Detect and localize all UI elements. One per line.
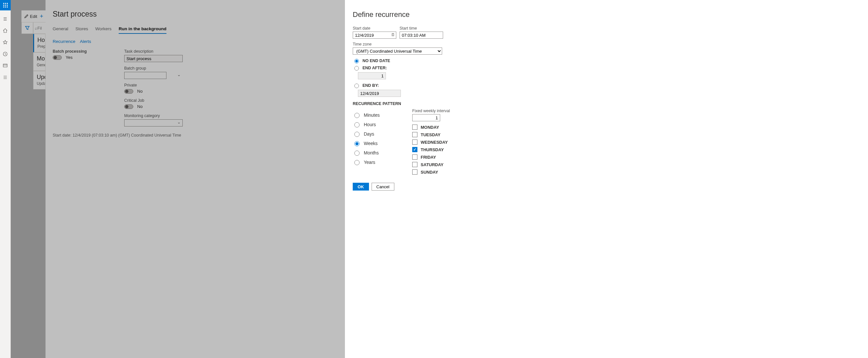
end-by-input[interactable]: [358, 90, 401, 97]
filter-search[interactable]: ⌕ Fil: [33, 22, 46, 34]
task-description-label: Task description: [124, 49, 183, 54]
unit-months[interactable]: Months: [353, 150, 380, 156]
new-button[interactable]: +: [40, 13, 43, 20]
list-item[interactable]: Upd Upda: [33, 71, 45, 89]
list-item[interactable]: Ho Prep: [33, 34, 45, 52]
day-label: MONDAY: [421, 125, 439, 130]
start-date-input[interactable]: [353, 32, 396, 39]
tab-bar: General Stores Workers Run in the backgr…: [53, 24, 338, 34]
day-label: THURSDAY: [421, 147, 444, 152]
home-icon[interactable]: [0, 25, 10, 36]
day-label: FRIDAY: [421, 155, 436, 160]
tab-workers[interactable]: Workers: [95, 24, 112, 34]
task-description-input[interactable]: [124, 55, 183, 62]
day-thursday[interactable]: ✓THURSDAY: [412, 147, 450, 152]
critical-toggle[interactable]: [124, 105, 133, 109]
checkbox-icon[interactable]: [412, 140, 417, 145]
tab-general[interactable]: General: [53, 24, 68, 34]
private-toggle[interactable]: [124, 89, 133, 94]
checkbox-icon[interactable]: [412, 162, 417, 167]
day-label: SATURDAY: [421, 162, 443, 167]
checkbox-icon[interactable]: [412, 132, 417, 137]
tab-run-background[interactable]: Run in the background: [119, 24, 166, 34]
svg-rect-10: [3, 64, 7, 67]
list-item-title: Upd: [37, 74, 42, 81]
subtab-alerts[interactable]: Alerts: [80, 39, 91, 44]
day-friday[interactable]: FRIDAY: [412, 154, 450, 160]
no-end-date-label: No end date: [363, 59, 390, 63]
modules-icon[interactable]: [0, 72, 10, 83]
list-item-title: Mo: [37, 55, 42, 62]
recent-icon[interactable]: [0, 49, 10, 59]
checkbox-icon[interactable]: [412, 170, 417, 175]
batch-processing-value: Yes: [66, 55, 72, 60]
filter-icon[interactable]: [22, 22, 33, 34]
private-value: No: [137, 89, 143, 94]
list-item[interactable]: Mo Gene: [33, 52, 45, 71]
days-container: MONDAYTUESDAYWEDNESDAY✓THURSDAYFRIDAYSAT…: [412, 124, 450, 175]
interval-label: Fixed weekly interval: [412, 109, 450, 113]
checkbox-icon[interactable]: ✓: [412, 147, 417, 152]
calendar-icon[interactable]: 🗓: [391, 32, 395, 37]
unit-hours[interactable]: Hours: [353, 121, 380, 127]
batch-group-select[interactable]: [124, 72, 166, 79]
end-after-label: End after:: [363, 66, 387, 70]
day-tuesday[interactable]: TUESDAY: [412, 132, 450, 137]
end-by-radio[interactable]: [354, 84, 359, 88]
cancel-button[interactable]: Cancel: [372, 183, 394, 190]
batch-processing-toggle[interactable]: [53, 55, 62, 60]
interval-input[interactable]: [412, 114, 440, 121]
list-item-title: Ho: [37, 37, 42, 43]
day-sunday[interactable]: SUNDAY: [412, 170, 450, 175]
start-time-input[interactable]: [400, 32, 443, 39]
batch-group-label: Batch group: [124, 66, 183, 70]
nav-rail: ☰: [0, 0, 11, 358]
svg-rect-0: [3, 3, 4, 4]
list-column: Ho Prep Mo Gene Upd Upda: [33, 34, 45, 89]
private-label: Private: [124, 83, 183, 87]
critical-value: No: [137, 104, 143, 109]
hamburger-icon[interactable]: ☰: [0, 14, 10, 24]
list-item-sub: Gene: [37, 63, 42, 67]
batch-processing-label: Batch processing: [53, 49, 111, 54]
day-wednesday[interactable]: WEDNESDAY: [412, 140, 450, 145]
day-monday[interactable]: MONDAY: [412, 124, 450, 130]
timezone-select[interactable]: (GMT) Coordinated Universal Time: [353, 48, 442, 55]
day-saturday[interactable]: SATURDAY: [412, 162, 450, 167]
svg-rect-2: [7, 3, 8, 4]
day-label: SUNDAY: [421, 170, 438, 175]
svg-rect-1: [5, 3, 6, 4]
end-after-radio[interactable]: [354, 66, 359, 70]
tab-stores[interactable]: Stores: [75, 24, 88, 34]
end-by-label: End by:: [363, 83, 379, 88]
background-dimmed: Edit + ⌕ Fil Ho Prep Mo Gene Upd Upda: [11, 0, 345, 358]
unit-years[interactable]: Years: [353, 159, 380, 165]
checkbox-icon[interactable]: [412, 124, 417, 130]
start-date-footnote: Start date: 12/4/2019 (07:03:10 am) (GMT…: [53, 133, 338, 138]
edit-button[interactable]: Edit: [24, 14, 37, 19]
recurrence-title: Define recurrence: [353, 10, 860, 19]
workspaces-icon[interactable]: [0, 60, 10, 71]
timezone-label: Time zone: [353, 42, 860, 47]
ok-button[interactable]: OK: [353, 183, 369, 190]
end-after-input[interactable]: [358, 72, 386, 79]
start-time-label: Start time: [400, 26, 443, 31]
no-end-date-radio[interactable]: [354, 59, 359, 63]
list-item-sub: Upda: [37, 81, 42, 86]
day-label: TUESDAY: [421, 132, 440, 137]
app-launcher-icon[interactable]: [0, 0, 11, 10]
unit-weeks[interactable]: Weeks: [353, 140, 380, 146]
subtab-recurrence[interactable]: Recurrence: [53, 39, 75, 44]
unit-days[interactable]: Days: [353, 131, 380, 137]
start-process-panel: Start process General Stores Workers Run…: [45, 0, 345, 358]
recurrence-panel: Define recurrence Start date 🗓 Start tim…: [345, 0, 868, 358]
monitoring-select[interactable]: [124, 119, 183, 126]
pattern-heading: RECURRENCE PATTERN: [353, 101, 860, 106]
favorites-icon[interactable]: [0, 37, 10, 48]
list-item-sub: Prep: [37, 44, 42, 49]
unit-minutes[interactable]: Minutes: [353, 112, 380, 118]
filter-placeholder: Fil: [37, 26, 42, 31]
checkbox-icon[interactable]: [412, 154, 417, 160]
svg-rect-4: [5, 5, 6, 6]
day-label: WEDNESDAY: [421, 140, 448, 145]
